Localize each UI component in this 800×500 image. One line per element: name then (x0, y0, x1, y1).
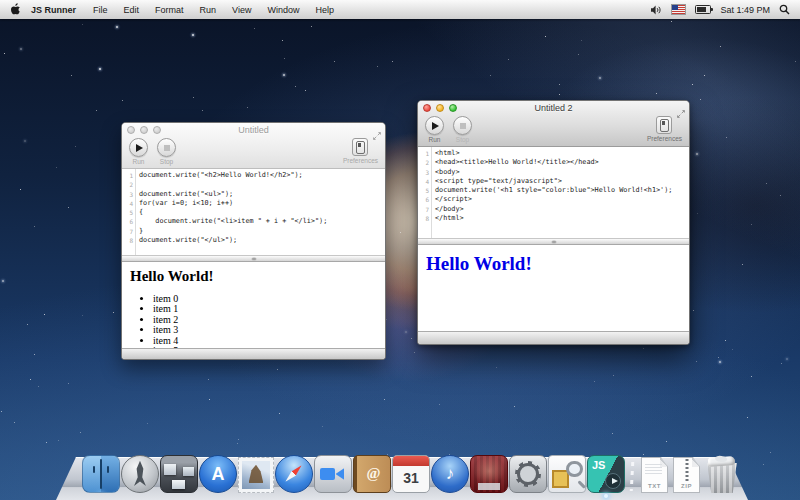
code-text: } (135, 227, 143, 236)
dock-icon-finder[interactable] (82, 455, 120, 493)
star (80, 432, 81, 433)
star (377, 66, 378, 67)
star (643, 348, 644, 349)
menu-run[interactable]: Run (200, 5, 217, 15)
menu-window[interactable]: Window (267, 5, 299, 15)
launchpad-icon-part (131, 461, 150, 488)
menu-app-name[interactable]: JS Runner (31, 5, 76, 15)
star (719, 361, 721, 363)
dock-icon-zip-archive[interactable]: ZIP (671, 457, 702, 493)
star (113, 312, 114, 313)
star (693, 310, 694, 311)
splitter-handle[interactable] (122, 255, 385, 262)
star (613, 375, 614, 376)
splitter-handle[interactable] (418, 238, 689, 245)
dock-icon-trash[interactable] (703, 457, 741, 493)
star (781, 363, 782, 364)
battery-icon[interactable] (695, 5, 711, 14)
dock-icon-itunes[interactable]: ♪ (431, 455, 469, 493)
star (770, 452, 771, 453)
output-pane[interactable]: Hello World! (418, 245, 689, 331)
dock-icon-facetime[interactable] (314, 455, 352, 493)
output-list-item: item 3 (153, 325, 377, 335)
star (82, 315, 83, 316)
stop-button[interactable]: Stop (157, 138, 176, 165)
ical-glyph: 31 (403, 470, 419, 486)
menu-help[interactable]: Help (315, 5, 334, 15)
code-text: document.write("</ul>"); (135, 236, 237, 245)
finder-icon-part (100, 459, 102, 489)
dock-icon-txt-document[interactable]: TXT (639, 457, 670, 493)
star (283, 74, 285, 76)
code-line: 7</body> (418, 205, 689, 214)
run-button[interactable]: Run (425, 116, 444, 143)
output-list: item 0item 1item 2item 3item 4item 5 (130, 294, 377, 348)
window-header: Untitled Run Stop Preferences (122, 123, 385, 169)
input-source-flag-icon[interactable] (671, 4, 686, 15)
dock-icon-js-runner[interactable]: JS (587, 455, 625, 493)
code-lines: 1document.write("<h2>Hello World!</h2>")… (122, 171, 385, 245)
star (411, 338, 412, 339)
titlebar[interactable]: Untitled (122, 123, 385, 137)
output-pane[interactable]: Hello World! item 0item 1item 2item 3ite… (122, 262, 385, 348)
dock-icon-safari[interactable] (275, 455, 313, 493)
dock-icon-ical[interactable]: 31 (392, 455, 430, 493)
window-untitled: Untitled Run Stop Preferences (121, 122, 386, 360)
mission-control-icon-part (164, 464, 176, 475)
code-line: 4for(var i=0; i<10; i++) (122, 199, 385, 208)
stop-button[interactable]: Stop (453, 116, 472, 143)
dock-icon-mission-control[interactable] (160, 455, 198, 493)
close-button[interactable] (423, 104, 431, 112)
zip-archive-icon-part (685, 459, 688, 481)
splitter-dimple-icon (251, 257, 256, 260)
line-number: 5 (418, 186, 431, 195)
dock-icon-mail[interactable] (238, 457, 274, 493)
code-line: 5{ (122, 208, 385, 217)
line-number: 1 (122, 171, 135, 180)
code-line: 2<head><title>Hello World!</title></head… (418, 158, 689, 167)
window-title: Untitled (152, 125, 355, 135)
menu-view[interactable]: View (232, 5, 251, 15)
window-untitled-2: Untitled 2 Run Stop Preferences (417, 100, 690, 345)
star (704, 75, 705, 76)
line-number: 3 (418, 168, 431, 177)
code-text: document.write('<h1 style="color:blue">H… (431, 186, 672, 195)
star (496, 367, 497, 368)
dock-icon-app-store[interactable]: A (199, 455, 237, 493)
play-icon (432, 122, 439, 130)
star (400, 232, 401, 233)
splitter-dimple-icon (551, 240, 556, 243)
dock-icon-address-book[interactable]: @ (353, 455, 391, 493)
titlebar[interactable]: Untitled 2 (418, 101, 689, 115)
code-editor[interactable]: 1document.write("<h2>Hello World!</h2>")… (122, 169, 385, 255)
star (599, 77, 601, 79)
volume-icon[interactable] (650, 5, 662, 15)
code-line: 3document.write("<ul>"); (122, 190, 385, 199)
menu-file[interactable]: File (93, 5, 108, 15)
run-button[interactable]: Run (129, 138, 148, 165)
close-button[interactable] (127, 126, 135, 134)
dock-icon-photo-booth[interactable] (470, 455, 508, 493)
dock-icon-system-preferences[interactable] (509, 455, 547, 493)
dock-icon-launchpad[interactable] (121, 455, 159, 493)
menu-bar-clock[interactable]: Sat 1:49 PM (720, 5, 770, 15)
code-editor[interactable]: 1<html>2<head><title>Hello World!</title… (418, 147, 689, 238)
photo-booth-icon-part (478, 483, 500, 490)
star (34, 226, 35, 227)
menu-format[interactable]: Format (155, 5, 184, 15)
star (238, 439, 239, 440)
minimize-button[interactable] (436, 104, 444, 112)
code-text: document.write("<h2>Hello World!</h2>"); (135, 171, 303, 180)
spotlight-icon[interactable] (779, 4, 790, 15)
dock-icon-preview[interactable] (548, 455, 586, 493)
fullscreen-icon[interactable] (373, 126, 381, 144)
apple-menu-icon[interactable] (10, 3, 21, 16)
line-number: 3 (122, 190, 135, 199)
star (392, 61, 393, 62)
minimize-button[interactable] (140, 126, 148, 134)
star (384, 399, 385, 400)
fullscreen-icon[interactable] (677, 104, 685, 122)
menu-edit[interactable]: Edit (124, 5, 140, 15)
star (202, 110, 203, 111)
star (414, 352, 415, 353)
